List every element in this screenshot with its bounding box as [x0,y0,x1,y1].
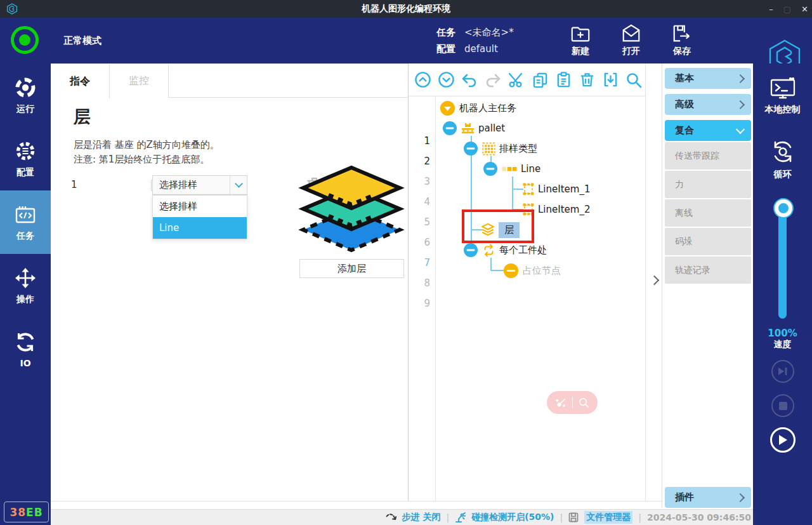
tab-monitor[interactable]: 监控 [110,64,169,98]
dropdown-option-select-pattern[interactable]: 选择排样 [153,196,247,217]
expand-triangle-icon [440,100,455,116]
category-label: 高级 [675,98,694,110]
play-button[interactable] [770,427,796,453]
tree-node-pattern-type[interactable]: 排样类型 [463,138,537,159]
scissors-icon [508,71,525,89]
line-number: 4 [411,192,430,212]
titlebar: 机器人图形化编程环境 – ▢ ✕ [0,0,812,18]
sidebar-item-config[interactable]: 配置 [0,127,51,190]
tree-node-label: LineItem_1 [538,183,590,195]
tree-node-layer[interactable]: 层 [481,220,520,240]
category-basic[interactable]: 基本 [665,68,751,89]
chevron-right-icon [736,100,745,109]
sidebar-item-operate[interactable]: 操作 [0,254,51,317]
tree-node-main-task[interactable]: 机器人主任务 [440,98,516,118]
collapse-minus-icon [463,141,478,156]
node-item-conveyor-tracking[interactable]: 传送带跟踪 [665,142,751,169]
tree-node-pallet[interactable]: pallet [442,118,505,138]
file-manager-link[interactable]: 文件管理器 [584,511,632,524]
cycle-icon [769,138,796,165]
category-composite[interactable]: 复合 [665,120,751,141]
undo-icon [461,71,478,89]
speed-value: 100% [753,328,812,339]
task-code-icon [14,203,37,226]
save-icon [671,23,693,44]
header: 正常模式 任务<未命名>* 配置default 新建 打开 保存 [0,18,812,63]
local-control-button[interactable]: 本地控制 [753,77,812,116]
node-item-force[interactable]: 力 [665,171,751,198]
node-item-palletizing[interactable]: 码垛 [665,228,751,255]
category-label: 基本 [675,72,694,84]
move-up-button[interactable] [414,71,431,89]
category-advanced[interactable]: 高级 [665,94,751,115]
insert-button[interactable] [601,71,619,89]
tree-node-line[interactable]: Line [483,159,540,179]
tree-line-numbers: 1 2 3 4 5 6 7 8 9 [409,96,436,501]
floating-tools[interactable] [547,391,598,414]
tree-node-label: 排样类型 [499,143,537,155]
node-item-offline[interactable]: 离线 [665,199,751,227]
paste-button[interactable] [554,71,572,89]
stop-button[interactable] [771,394,794,417]
pallet-icon [461,123,475,135]
tree-toolbar [409,63,645,96]
save-button[interactable]: 保存 [655,23,709,57]
category-plugins[interactable]: 插件 [665,487,751,508]
task-value: <未命名>* [464,27,514,38]
tree-node-label: 机器人主任务 [459,102,516,114]
loop-icon [482,244,495,257]
open-button[interactable]: 打开 [605,23,658,57]
io-cycle-icon [14,331,37,354]
step-forward-button[interactable] [771,360,794,383]
divider [572,397,573,408]
layers-illustration [297,164,406,256]
status-code-suffix: EB [26,506,43,519]
tree-node-label: 占位节点 [523,265,561,277]
sidebar-item-io[interactable]: IO [0,317,51,381]
step-mode-status[interactable]: 步进 关闭 [402,512,441,523]
separator: | [638,512,641,522]
cut-button[interactable] [508,71,525,89]
move-down-button[interactable] [437,71,455,89]
sidebar-item-task[interactable]: 任务 [0,190,51,254]
pattern-grid-icon [482,142,495,156]
sidebar-item-label: 运行 [16,103,34,115]
collision-detect-status[interactable]: 碰撞检测开启(50%) [471,512,554,523]
search-button[interactable] [625,71,643,89]
speed-slider-handle[interactable] [775,199,792,217]
mode-label: 正常模式 [63,35,102,47]
terminal-icon [769,77,796,100]
redo-button[interactable] [484,71,502,89]
maximize-button[interactable]: ▢ [783,4,791,14]
pattern-select[interactable]: 选择排样 [152,175,247,195]
node-category-panel: 基本 高级 复合 传送带跟踪 力 离线 码垛 轨迹记录 插件 [662,63,753,508]
line-number: 8 [411,273,430,293]
delete-button[interactable] [578,71,596,89]
minimize-button[interactable]: – [769,4,773,14]
tree-node-placeholder[interactable]: 占位节点 [503,260,561,281]
tree-connector [490,270,504,271]
node-item-trajectory-record[interactable]: 轨迹记录 [665,256,751,284]
new-button[interactable]: 新建 [554,23,607,57]
dropdown-option-line[interactable]: Line [153,217,247,239]
close-button[interactable]: ✕ [801,4,808,14]
control-rail: 本地控制 循环 100% 速度 [753,63,812,525]
search-icon [578,397,590,409]
new-folder-icon [570,23,591,44]
tab-instruction[interactable]: 指令 [51,64,110,98]
tree-node-lineitem-1[interactable]: LineItem_1 [523,179,590,199]
chevron-down-icon [736,124,745,133]
collapse-minus-icon [483,161,498,176]
panel-tabs: 指令 监控 [51,63,408,98]
add-layer-button[interactable]: 添加层 [299,259,404,278]
sidebar-item-run[interactable]: 运行 [0,63,51,127]
loop-button[interactable]: 循环 [753,138,812,180]
panel-collapse-handle[interactable] [645,63,662,502]
copy-icon [532,71,549,88]
chevron-down-icon [230,176,247,194]
copy-button[interactable] [531,71,549,89]
task-config-info: 任务<未命名>* 配置default [436,24,514,57]
collapse-minus-icon [442,121,457,136]
undo-button[interactable] [461,71,478,89]
insert-brackets-icon [602,71,619,88]
